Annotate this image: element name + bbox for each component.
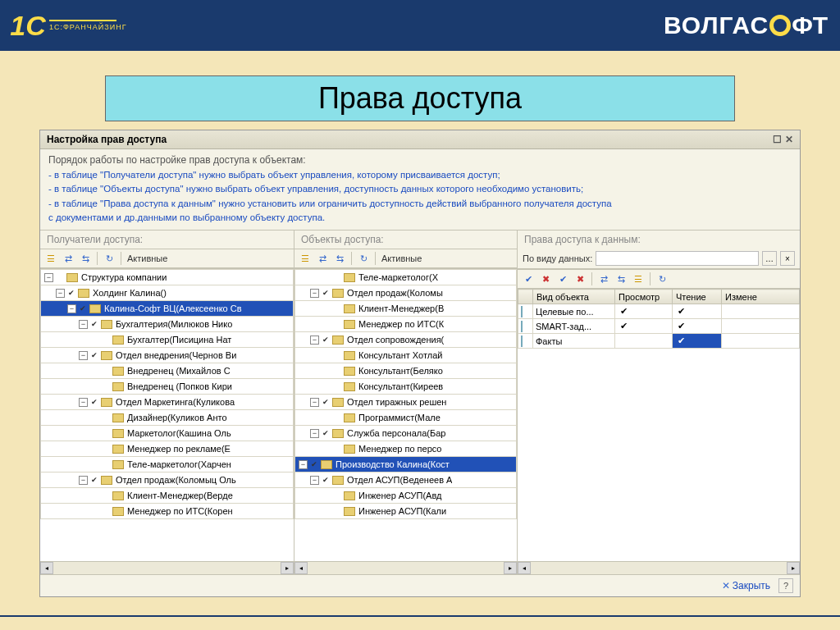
tree-row[interactable]: −✔Отдел внедрения(Чернов Ви — [41, 348, 294, 363]
toolbar-btn[interactable]: ✔ — [555, 272, 570, 286]
grid-row[interactable]: Факты✔ — [518, 334, 800, 349]
tree-checkbox[interactable] — [333, 273, 341, 281]
tree-checkbox[interactable] — [102, 507, 110, 515]
tree-checkbox[interactable] — [333, 445, 341, 453]
tree-row[interactable]: −✔Отдел АСУП(Веденеев А — [295, 472, 517, 488]
tree-expander[interactable]: − — [310, 476, 319, 485]
refresh-icon[interactable]: ↻ — [655, 272, 669, 286]
tree-expander[interactable]: − — [79, 320, 88, 329]
tree-row[interactable]: −✔Холдинг Калина() — [41, 285, 294, 301]
help-button[interactable]: ? — [778, 578, 793, 593]
tree-row[interactable]: Теле-маркетолог(Х — [295, 270, 517, 285]
tree-checkbox[interactable] — [333, 320, 341, 328]
tree-row[interactable]: −Структура компании — [41, 270, 294, 285]
scrollbar-horizontal[interactable]: ◂▸ — [294, 561, 517, 574]
toolbar-btn[interactable]: ⇄ — [61, 251, 75, 266]
toolbar-btn[interactable]: ☰ — [43, 251, 58, 266]
tree-expander[interactable]: − — [79, 398, 88, 407]
filter-clear-button[interactable]: × — [780, 251, 795, 266]
tree-checkbox[interactable]: ✔ — [67, 289, 75, 297]
tree-checkbox[interactable] — [102, 429, 110, 437]
tree-checkbox[interactable]: ✔ — [322, 429, 330, 437]
tree-checkbox[interactable] — [102, 367, 110, 375]
tree-row[interactable]: Теле-маркетолог(Харчен — [41, 457, 294, 472]
tree-row[interactable]: Внедренец (Михайлов С — [41, 363, 294, 379]
uncheck-all-icon[interactable]: ✖ — [538, 272, 553, 286]
tree-row[interactable]: Программист(Мале — [295, 410, 517, 426]
tree-checkbox[interactable]: ✔ — [322, 336, 330, 344]
tree-expander[interactable]: − — [310, 289, 319, 298]
tree-row[interactable]: −✔Калина-Софт ВЦ(Алексеенко Св — [41, 301, 294, 317]
toolbar-btn[interactable]: ✖ — [573, 272, 587, 286]
tree-checkbox[interactable]: ✔ — [90, 351, 98, 359]
tree-row[interactable]: Консультант(Киреев — [295, 379, 517, 395]
tree-row[interactable]: −✔Отдел сопровождения( — [295, 332, 517, 348]
refresh-icon[interactable]: ↻ — [102, 251, 116, 266]
tree-row[interactable]: Менеджер по ИТС(К — [295, 317, 517, 332]
tree-row[interactable]: Маркетолог(Кашина Оль — [41, 426, 294, 441]
tree-row[interactable]: −✔Отдел продаж(Коломыц Оль — [41, 472, 294, 488]
tree-row[interactable]: −✔Отдел тиражных решен — [295, 395, 517, 410]
tree-expander[interactable]: − — [310, 429, 319, 438]
tree-checkbox[interactable] — [333, 491, 341, 500]
tree-row[interactable]: Консультант Хотлай — [295, 348, 517, 363]
tree-checkbox[interactable] — [333, 413, 341, 422]
tree-row[interactable]: Внедренец (Попков Кири — [41, 379, 294, 395]
tree-checkbox[interactable]: ✔ — [90, 398, 98, 406]
rights-grid[interactable]: Вид объекта Просмотр Чтение Измене Целев… — [518, 289, 800, 561]
tree-expander[interactable]: − — [310, 398, 319, 407]
toolbar-btn[interactable]: ⇆ — [332, 251, 347, 266]
toolbar-btn[interactable]: ⇆ — [78, 251, 93, 266]
tree-checkbox[interactable] — [333, 351, 341, 359]
grid-row[interactable]: SMART-зад...✔✔ — [518, 319, 800, 334]
toolbar-btn[interactable]: ☰ — [298, 251, 313, 266]
tree-expander[interactable]: − — [310, 336, 319, 345]
window-titlebar[interactable]: Настройка прав доступа ☐ ✕ — [40, 130, 800, 149]
tree-expander[interactable]: − — [44, 273, 53, 282]
objects-tree[interactable]: Теле-маркетолог(Х−✔Отдел продаж(КоломыКл… — [294, 268, 517, 561]
toolbar-btn[interactable]: ⇄ — [596, 272, 611, 286]
tree-row[interactable]: −✔Бухгалтерия(Милюков Нико — [41, 317, 294, 332]
tree-row[interactable]: Менеджер по персо — [295, 441, 517, 457]
tree-checkbox[interactable] — [102, 336, 110, 344]
tree-checkbox[interactable] — [102, 413, 110, 422]
tree-checkbox[interactable]: ✔ — [310, 460, 318, 468]
tree-checkbox[interactable] — [102, 491, 110, 500]
tree-checkbox[interactable] — [333, 507, 341, 515]
tree-expander[interactable]: − — [79, 476, 88, 485]
tree-row[interactable]: Инженер АСУП(Кали — [295, 504, 517, 519]
tree-row[interactable]: −✔Отдел продаж(Коломы — [295, 285, 517, 301]
scrollbar-horizontal[interactable]: ◂▸ — [40, 561, 294, 574]
tree-checkbox[interactable] — [56, 273, 64, 281]
tree-checkbox[interactable] — [102, 445, 110, 453]
tree-row[interactable]: −✔Отдел Маркетинга(Куликова — [41, 395, 294, 410]
tree-checkbox[interactable]: ✔ — [322, 476, 330, 484]
tree-checkbox[interactable]: ✔ — [79, 304, 87, 313]
toolbar-btn[interactable]: ⇄ — [315, 251, 330, 266]
filter-input[interactable] — [596, 251, 759, 266]
tree-row[interactable]: Менеджер по ИТС(Корен — [41, 504, 294, 519]
receivers-tree[interactable]: −Структура компании−✔Холдинг Калина()−✔К… — [40, 268, 294, 561]
tree-checkbox[interactable]: ✔ — [322, 398, 330, 406]
toolbar-btn[interactable]: ⇆ — [614, 272, 628, 286]
tree-checkbox[interactable] — [333, 382, 341, 390]
tree-checkbox[interactable] — [102, 460, 110, 468]
tree-checkbox[interactable] — [333, 367, 341, 375]
filter-select-button[interactable]: … — [762, 251, 777, 266]
tree-row[interactable]: −✔Служба персонала(Бар — [295, 426, 517, 441]
tree-expander[interactable]: − — [299, 460, 308, 469]
tree-checkbox[interactable] — [102, 382, 110, 390]
tree-checkbox[interactable]: ✔ — [90, 476, 98, 484]
close-button[interactable]: ✕ Закрыть — [722, 580, 770, 591]
tree-row[interactable]: Клиент-Менеджер(В — [295, 301, 517, 317]
tree-checkbox[interactable]: ✔ — [322, 289, 330, 297]
scrollbar-horizontal[interactable]: ◂▸ — [518, 561, 800, 574]
maximize-icon[interactable]: ☐ — [773, 134, 782, 145]
tree-checkbox[interactable]: ✔ — [90, 320, 98, 328]
tree-row[interactable]: Клиент-Менеджер(Верде — [41, 488, 294, 504]
tree-row[interactable]: −✔Производство Калина(Кост — [295, 457, 517, 472]
tree-row[interactable]: Инженер АСУП(Авд — [295, 488, 517, 504]
tree-checkbox[interactable] — [333, 304, 341, 313]
tree-row[interactable]: Дизайнер(Куликов Анто — [41, 410, 294, 426]
grid-row[interactable]: Целевые по...✔✔ — [518, 304, 800, 319]
